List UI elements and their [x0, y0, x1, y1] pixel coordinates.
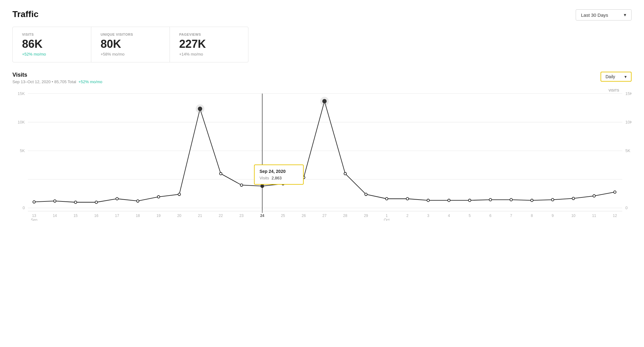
chart-title: Visits	[12, 72, 102, 78]
svg-text:11: 11	[592, 214, 596, 218]
svg-text:7: 7	[510, 214, 512, 218]
metric-pv-label: PAGEVIEWS	[179, 33, 239, 36]
chart-section: Visits Sep 13–Oct 12, 2020 • 85,705 Tota…	[12, 72, 632, 221]
svg-point-18	[116, 197, 118, 200]
svg-text:18: 18	[136, 214, 140, 218]
svg-point-16	[74, 201, 77, 204]
svg-text:10K: 10K	[18, 120, 25, 124]
svg-text:3: 3	[427, 214, 429, 218]
metric-visits-change: +52% mo/mo	[22, 52, 82, 56]
date-range-dropdown[interactable]: Last 30 Days ▾	[576, 9, 632, 20]
granularity-dropdown[interactable]: Daily ▾	[601, 72, 632, 82]
svg-text:20: 20	[177, 214, 182, 218]
svg-text:0: 0	[625, 205, 628, 210]
svg-text:16: 16	[94, 214, 99, 218]
svg-point-15	[54, 200, 56, 202]
svg-point-32	[365, 193, 367, 196]
svg-point-21	[178, 193, 180, 196]
svg-text:27: 27	[322, 214, 327, 218]
svg-point-33	[385, 197, 388, 200]
metric-pageviews: PAGEVIEWS 227K +14% mo/mo	[170, 27, 248, 62]
page-header: Traffic Last 30 Days ▾	[12, 9, 632, 20]
svg-point-17	[95, 201, 98, 204]
svg-point-19	[137, 200, 139, 202]
metric-uv-label: UNIQUE VISITORS	[101, 33, 160, 36]
date-range-label: Last 30 Days	[581, 12, 608, 18]
svg-text:21: 21	[198, 214, 202, 218]
svg-text:17: 17	[115, 214, 119, 218]
svg-text:Oct: Oct	[384, 218, 390, 221]
svg-text:24: 24	[260, 214, 265, 218]
svg-text:0: 0	[23, 205, 25, 210]
svg-text:VISITS: VISITS	[608, 88, 619, 92]
metric-visits: VISITS 86K +52% mo/mo	[13, 27, 91, 62]
metrics-row: VISITS 86K +52% mo/mo UNIQUE VISITORS 80…	[12, 27, 248, 62]
svg-point-42	[572, 197, 575, 200]
svg-text:22: 22	[219, 214, 223, 218]
svg-text:5K: 5K	[20, 148, 25, 153]
chevron-down-icon: ▾	[624, 74, 627, 79]
svg-point-41	[551, 198, 554, 201]
svg-point-14	[33, 201, 35, 203]
svg-point-28	[302, 176, 305, 179]
svg-text:1: 1	[386, 214, 388, 218]
chevron-down-icon: ▾	[624, 12, 626, 18]
svg-text:10K: 10K	[625, 120, 632, 124]
metric-visits-label: VISITS	[22, 33, 82, 36]
svg-point-25	[240, 184, 243, 186]
svg-text:2: 2	[406, 214, 409, 218]
svg-text:15K: 15K	[625, 91, 632, 96]
metric-uv-value: 80K	[101, 38, 160, 51]
granularity-label: Daily	[605, 74, 615, 79]
svg-text:15: 15	[74, 214, 78, 218]
svg-point-34	[406, 197, 409, 200]
chart-subtitle: Sep 13–Oct 12, 2020 • 85,705 Total +52% …	[12, 79, 102, 84]
svg-point-36	[448, 199, 450, 201]
metric-unique-visitors: UNIQUE VISITORS 80K +58% mo/mo	[91, 27, 170, 62]
svg-point-38	[489, 198, 492, 201]
svg-point-35	[427, 199, 429, 201]
svg-point-40	[531, 199, 533, 201]
svg-point-20	[157, 196, 160, 198]
page-title: Traffic	[12, 9, 39, 19]
svg-point-37	[469, 199, 471, 201]
svg-text:29: 29	[364, 214, 368, 218]
chart-container: 15K 10K 5K 0 15K 10K 5K 0 VISITS	[12, 87, 632, 221]
svg-point-39	[510, 198, 512, 201]
chart-title-area: Visits Sep 13–Oct 12, 2020 • 85,705 Tota…	[12, 72, 102, 84]
svg-text:4: 4	[448, 214, 450, 218]
svg-text:5K: 5K	[625, 148, 630, 153]
svg-point-24	[220, 172, 222, 175]
chart-header: Visits Sep 13–Oct 12, 2020 • 85,705 Tota…	[12, 72, 632, 84]
svg-point-31	[344, 172, 347, 175]
svg-point-43	[593, 195, 595, 197]
svg-text:9: 9	[551, 214, 554, 218]
svg-point-27	[282, 183, 284, 185]
svg-point-30	[323, 99, 326, 103]
svg-text:28: 28	[343, 214, 347, 218]
svg-text:Sep: Sep	[31, 218, 38, 221]
svg-text:14: 14	[53, 214, 57, 218]
metric-pv-value: 227K	[179, 38, 239, 51]
svg-text:25: 25	[281, 214, 285, 218]
svg-point-44	[614, 191, 616, 193]
svg-text:19: 19	[156, 214, 161, 218]
svg-text:15K: 15K	[18, 91, 25, 96]
svg-text:5: 5	[469, 214, 471, 218]
svg-text:6: 6	[489, 214, 492, 218]
svg-text:26: 26	[302, 214, 306, 218]
metric-pv-change: +14% mo/mo	[179, 52, 239, 56]
svg-text:12: 12	[613, 214, 617, 218]
svg-text:10: 10	[571, 214, 576, 218]
svg-text:8: 8	[531, 214, 533, 218]
svg-text:23: 23	[239, 214, 244, 218]
chart-svg: 15K 10K 5K 0 15K 10K 5K 0 VISITS	[12, 87, 632, 221]
svg-text:13: 13	[32, 214, 36, 218]
metric-uv-change: +58% mo/mo	[101, 52, 160, 56]
metric-visits-value: 86K	[22, 38, 82, 51]
svg-point-23	[198, 107, 202, 110]
